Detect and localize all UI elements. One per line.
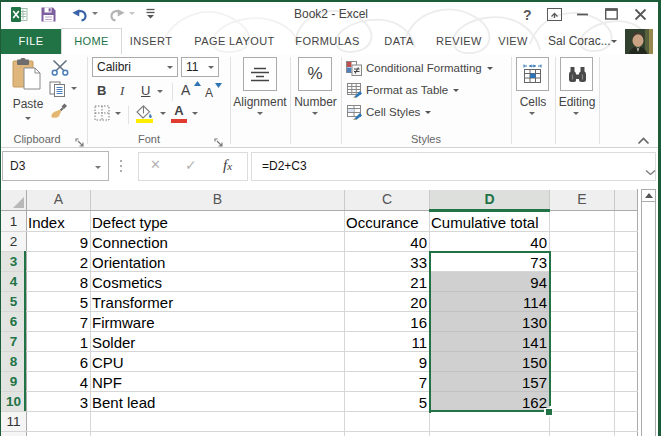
cell-D6[interactable]: 130 (430, 313, 549, 333)
fill-color-button[interactable] (135, 105, 155, 127)
conditional-formatting-button[interactable]: Conditional Formatting (346, 58, 493, 78)
paste-button[interactable]: Paste (8, 58, 48, 124)
bold-button[interactable]: B (97, 83, 106, 98)
cell-B10[interactable]: Bent lead (91, 393, 344, 413)
cell-styles-button[interactable]: Cell Styles (347, 102, 431, 122)
expand-formula-bar-button[interactable] (645, 162, 656, 180)
decrease-font-size-button[interactable]: A (205, 83, 222, 99)
help-button[interactable]: ? (523, 7, 532, 23)
insert-function-button[interactable]: fx (223, 156, 232, 174)
collapse-ribbon-button[interactable] (637, 131, 650, 149)
column-header-partial[interactable] (615, 190, 637, 210)
cell-A9[interactable]: 4 (27, 373, 90, 393)
save-button[interactable] (41, 7, 56, 22)
cells-dropdown-arrow[interactable] (529, 112, 535, 115)
undo-button[interactable] (72, 7, 89, 22)
cell-C9[interactable]: 7 (345, 373, 429, 393)
row-header-8[interactable]: 8 (1, 351, 26, 371)
column-header-A[interactable]: A (27, 190, 90, 210)
cell-B6[interactable]: Firmware (91, 313, 344, 333)
number-dropdown-arrow[interactable] (312, 112, 318, 115)
font-name-combobox[interactable]: Calibri (92, 57, 178, 77)
copy-button[interactable] (49, 81, 66, 101)
font-size-combobox[interactable]: 11 (181, 57, 219, 77)
formula-bar-grip[interactable] (119, 158, 123, 174)
column-header-B[interactable]: B (91, 190, 344, 210)
cell-B1[interactable]: Defect type (91, 213, 344, 233)
row-header-10[interactable]: 10 (1, 391, 26, 411)
customize-quick-access-toolbar-button[interactable] (145, 8, 156, 21)
cell-A4[interactable]: 8 (27, 273, 90, 293)
format-as-table-button[interactable]: Format as Table (347, 80, 459, 100)
user-name[interactable]: Sal Corac... (548, 29, 604, 54)
maximize-button[interactable] (605, 8, 618, 20)
clipboard-dialog-launcher[interactable] (75, 133, 84, 142)
row-header-3[interactable]: 3 (1, 251, 26, 271)
tab-insert[interactable]: INSERT (127, 29, 175, 54)
cell-A6[interactable]: 7 (27, 313, 90, 333)
cells-button[interactable] (516, 57, 549, 91)
close-button[interactable] (634, 8, 647, 21)
row-header-9[interactable]: 9 (1, 371, 26, 391)
cell-C8[interactable]: 9 (345, 353, 429, 373)
select-all-button[interactable] (1, 190, 26, 210)
column-header-C[interactable]: C (345, 190, 429, 210)
cell-A7[interactable]: 1 (27, 333, 90, 353)
cell-C2[interactable]: 40 (345, 233, 429, 253)
minimize-button[interactable] (577, 13, 588, 16)
alignment-button[interactable] (243, 57, 277, 91)
row-header-2[interactable]: 2 (1, 231, 26, 251)
cell-A10[interactable]: 3 (27, 393, 90, 413)
cell-D7[interactable]: 141 (430, 333, 549, 353)
tab-review[interactable]: REVIEW (432, 29, 486, 54)
row-header-4[interactable]: 4 (1, 271, 26, 291)
borders-button[interactable] (94, 105, 110, 125)
borders-dropdown-arrow[interactable] (115, 112, 121, 115)
cell-D5[interactable]: 114 (430, 293, 549, 313)
row-header-7[interactable]: 7 (1, 331, 26, 351)
row-header-1[interactable]: 1 (1, 211, 26, 231)
tab-formulas[interactable]: FORMULAS (290, 29, 365, 54)
row-header-11[interactable]: 11 (1, 411, 26, 431)
scroll-up-button[interactable] (641, 189, 656, 202)
cell-C6[interactable]: 16 (345, 313, 429, 333)
cell-C1[interactable]: Occurance (345, 213, 429, 233)
undo-dropdown-arrow[interactable] (92, 12, 98, 15)
cell-A1[interactable]: Index (27, 213, 90, 233)
cell-D2[interactable]: 40 (430, 233, 549, 253)
fill-handle[interactable] (546, 409, 552, 415)
cell-D8[interactable]: 150 (430, 353, 549, 373)
cell-D4[interactable]: 94 (430, 273, 549, 293)
cell-A5[interactable]: 5 (27, 293, 90, 313)
column-header-E[interactable]: E (550, 190, 614, 210)
cell-A8[interactable]: 6 (27, 353, 90, 373)
cell-D1[interactable]: Cumulative total (430, 213, 549, 233)
fill-color-dropdown-arrow[interactable] (160, 112, 166, 115)
tab-file[interactable]: FILE (1, 29, 61, 54)
font-color-button[interactable]: A (171, 104, 187, 123)
user-avatar[interactable] (625, 29, 653, 55)
cell-A3[interactable]: 2 (27, 253, 90, 273)
cell-B2[interactable]: Connection (91, 233, 344, 253)
cell-D9[interactable]: 157 (430, 373, 549, 393)
ribbon-display-options-button[interactable] (547, 8, 562, 21)
font-dialog-launcher[interactable] (214, 133, 223, 142)
increase-font-size-button[interactable]: A (181, 81, 201, 99)
editing-dropdown-arrow[interactable] (573, 112, 579, 115)
tab-view[interactable]: VIEW (496, 29, 530, 54)
cell-C4[interactable]: 21 (345, 273, 429, 293)
cell-B5[interactable]: Transformer (91, 293, 344, 313)
cell-D3[interactable]: 73 (430, 253, 549, 273)
row-header-6[interactable]: 6 (1, 311, 26, 331)
tab-page-layout[interactable]: PAGE LAYOUT (188, 29, 281, 54)
underline-dropdown-arrow[interactable] (157, 90, 163, 93)
cell-C7[interactable]: 11 (345, 333, 429, 353)
vertical-scrollbar[interactable] (641, 189, 656, 436)
number-format-button[interactable]: % (298, 57, 332, 91)
cell-B9[interactable]: NPF (91, 373, 344, 393)
editing-button[interactable] (560, 57, 593, 91)
account-dropdown-arrow[interactable] (611, 40, 617, 43)
cell-B7[interactable]: Solder (91, 333, 344, 353)
copy-dropdown-arrow[interactable] (71, 87, 77, 90)
cell-C5[interactable]: 20 (345, 293, 429, 313)
